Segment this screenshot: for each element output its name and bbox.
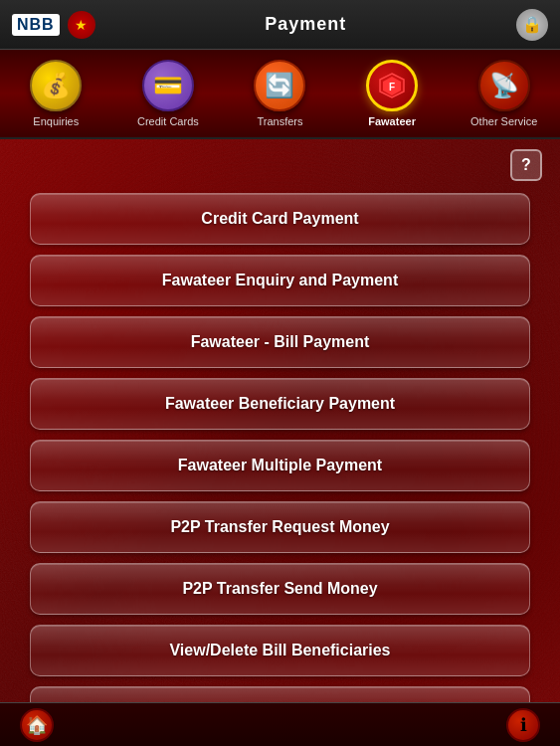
svg-text:F: F: [389, 82, 395, 93]
p2p-send-money-button[interactable]: P2P Transfer Send Money: [30, 563, 530, 615]
home-button[interactable]: 🏠: [20, 708, 54, 742]
tab-enquiries[interactable]: 💰 Enquiries: [0, 60, 112, 127]
credit-cards-icon: 💳: [142, 60, 194, 111]
transfers-icon: 🔄: [254, 60, 305, 111]
bottom-bar: 🏠 ℹ: [0, 702, 560, 746]
fawateer-enquiry-payment-button[interactable]: Fawateer Enquiry and Payment: [30, 255, 530, 306]
page-title: Payment: [265, 14, 346, 35]
view-delete-beneficiaries-button[interactable]: View/Delete Bill Beneficiaries: [30, 625, 530, 676]
menu-list: Credit Card Payment Fawateer Enquiry and…: [30, 193, 530, 702]
tab-enquiries-label: Enquiries: [33, 115, 79, 127]
main-content-area: ? Credit Card Payment Fawateer Enquiry a…: [0, 139, 560, 702]
p2p-request-money-button[interactable]: P2P Transfer Request Money: [30, 501, 530, 553]
help-button[interactable]: ?: [510, 149, 542, 181]
credit-card-payment-button[interactable]: Credit Card Payment: [30, 193, 530, 245]
tab-fawateer-label: Fawateer: [368, 115, 416, 127]
tab-credit-cards-label: Credit Cards: [137, 115, 199, 127]
tab-transfers-label: Transfers: [257, 115, 302, 127]
enquiries-icon: 💰: [30, 60, 82, 111]
fawateer-icon: F: [366, 60, 418, 111]
nbb-shield-icon: ★: [68, 11, 95, 39]
generic-bill-payments-button[interactable]: Generic Bill Payments: [30, 686, 530, 702]
tab-credit-cards[interactable]: 💳 Credit Cards: [112, 60, 225, 127]
other-service-icon: 📡: [478, 60, 530, 111]
tab-other-service[interactable]: 📡 Other Service: [448, 60, 560, 127]
logo-area: NBB ★: [12, 11, 95, 39]
app-header: NBB ★ Payment 🔒: [0, 0, 560, 50]
tab-fawateer[interactable]: F Fawateer: [336, 60, 449, 127]
tab-other-service-label: Other Service: [470, 115, 537, 127]
fawateer-multiple-payment-button[interactable]: Fawateer Multiple Payment: [30, 440, 530, 491]
nbb-logo: NBB: [12, 14, 60, 36]
fawateer-bill-payment-button[interactable]: Fawateer - Bill Payment: [30, 316, 530, 368]
nav-tabs-bar: 💰 Enquiries 💳 Credit Cards 🔄 Transfers F…: [0, 50, 560, 139]
tab-transfers[interactable]: 🔄 Transfers: [224, 60, 336, 127]
fawateer-beneficiary-payment-button[interactable]: Fawateer Beneficiary Payment: [30, 378, 530, 430]
info-button[interactable]: ℹ: [506, 708, 540, 742]
lock-icon[interactable]: 🔒: [516, 9, 548, 41]
